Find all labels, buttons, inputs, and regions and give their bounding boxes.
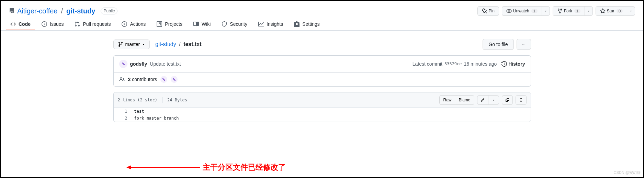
eye-icon [506,8,512,14]
tab-insights[interactable]: Insights [254,19,287,30]
tab-code[interactable]: Code [6,19,35,30]
latest-commit-label: Latest commit [413,61,442,67]
triangle-down-icon [629,9,633,13]
triangle-down-icon [544,9,547,13]
tab-projects[interactable]: Projects [152,19,187,30]
tab-actions[interactable]: Actions [117,19,150,30]
avatar[interactable] [119,60,127,68]
repo-title-area: Aitiger-coffee / git-study Public [9,7,117,15]
play-icon [122,21,127,27]
main-container: master git-study / test.txt Go to file g… [102,31,542,122]
commit-box: godsfly Update test.txt Latest commit 53… [113,55,531,87]
annotation-text: 主干分区文件已经修改了 [203,162,286,173]
watch-count: 1 [531,9,538,13]
code-table: 1test2fork master branch [114,108,531,122]
line-content: test [131,108,531,115]
pin-icon [482,8,487,14]
repo-link[interactable]: git-study [66,7,95,15]
triangle-down-icon [142,43,145,46]
tab-insights-label: Insights [267,21,283,27]
commit-sha[interactable]: 53529ce [444,62,462,66]
delete-button[interactable] [516,95,527,105]
repo-icon [9,8,14,14]
tab-wiki-label: Wiki [202,21,211,27]
issue-icon [42,21,47,27]
repo-tabs: Code Issues Pull requests Actions Projec… [1,19,643,31]
fork-dropdown[interactable] [585,6,593,16]
file-actions: Raw Blame [439,95,526,105]
line-number[interactable]: 1 [114,108,131,115]
edit-dropdown[interactable] [488,95,499,105]
star-count: 0 [617,9,623,13]
file-nav: master git-study / test.txt Go to file [113,39,531,50]
code-line: 2fork master branch [114,115,531,122]
tab-actions-label: Actions [130,21,146,27]
book-icon [193,21,199,27]
star-label: Star [607,9,614,13]
tab-wiki[interactable]: Wiki [189,19,215,30]
history-link[interactable]: History [501,61,525,67]
contributor-avatar-1[interactable] [160,76,167,83]
line-content: fork master branch [131,115,531,122]
tab-settings[interactable]: Settings [290,19,324,30]
triangle-down-icon [492,98,495,102]
pin-button[interactable]: Pin [477,6,499,16]
watermark: CSDN @安幻辞 [614,170,641,175]
fork-button[interactable]: Fork 1 [553,6,585,16]
star-dropdown[interactable] [627,6,635,16]
path-separator: / [61,7,63,15]
triangle-down-icon [587,9,590,13]
graph-icon [258,21,264,27]
file-bytes: 24 Bytes [167,98,187,102]
contributors-label: contributors [132,77,157,82]
copy-button[interactable] [502,95,513,105]
fork-icon [557,8,563,14]
pencil-icon [481,97,485,103]
contributors-count: 2 [128,77,131,82]
gear-icon [294,21,300,27]
commit-time: 16 minutes ago [464,61,497,67]
go-to-file-button[interactable]: Go to file [483,39,513,50]
history-label: History [508,61,525,67]
fork-count: 1 [574,9,580,13]
file-box: 2 lines (2 sloc) 24 Bytes Raw Blame 1tes… [113,92,531,122]
tab-security-label: Security [230,21,247,27]
code-line: 1test [114,108,531,115]
tab-projects-label: Projects [165,21,182,27]
code-icon [10,21,16,27]
commit-author[interactable]: godsfly [130,61,147,67]
blame-button[interactable]: Blame [455,95,474,105]
breadcrumb-root[interactable]: git-study [155,41,176,47]
owner-link[interactable]: Aitiger-coffee [17,7,57,15]
branch-select-button[interactable]: master [113,40,150,49]
tab-pulls[interactable]: Pull requests [70,19,115,30]
commit-message[interactable]: Update test.txt [150,61,181,67]
breadcrumb-sep: / [179,41,180,47]
pull-request-icon [75,21,80,27]
tab-code-label: Code [19,21,31,27]
kebab-icon [522,42,525,47]
unwatch-label: Unwatch [513,9,529,13]
trash-icon [519,97,523,103]
repo-actions: Pin Unwatch 1 Fork 1 S [477,6,635,16]
unwatch-button[interactable]: Unwatch 1 [502,6,542,16]
pin-label: Pin [489,9,495,13]
star-icon [600,8,606,14]
copy-icon [506,97,509,103]
visibility-badge: Public [101,8,117,14]
raw-button[interactable]: Raw [439,95,455,105]
edit-button[interactable] [477,95,488,105]
line-number[interactable]: 2 [114,115,131,122]
watch-dropdown[interactable] [542,6,550,16]
tab-issues[interactable]: Issues [37,19,68,30]
branch-icon [118,42,123,47]
tab-issues-label: Issues [50,21,64,27]
tab-security[interactable]: Security [217,19,251,30]
divider [162,97,162,103]
repo-header: Aitiger-coffee / git-study Public Pin Un… [1,1,643,19]
contributor-avatar-2[interactable] [171,76,178,83]
contributors-row: 2 contributors [114,72,531,86]
more-options-button[interactable] [517,39,531,50]
branch-name: master [125,42,140,47]
star-button[interactable]: Star 0 [596,6,627,16]
